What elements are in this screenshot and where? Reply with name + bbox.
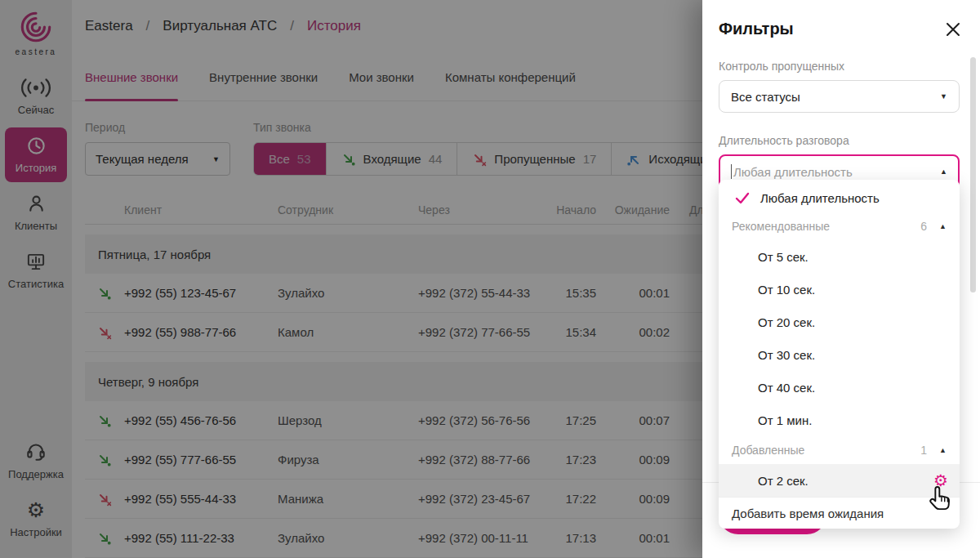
dropdown-option-label: От 20 сек. [758, 315, 815, 329]
dropdown-option-label: От 30 сек. [758, 348, 815, 362]
check-icon [735, 192, 750, 204]
dropdown-option-label: От 40 сек. [758, 381, 815, 395]
chevron-up-icon: ▲ [939, 222, 947, 230]
filters-panel: Фильтры Контроль пропущенных Все статусы… [702, 0, 980, 558]
dropdown-option-label: От 5 сек. [758, 250, 808, 264]
gear-icon[interactable]: ⚙ [933, 472, 948, 489]
dropdown-option-selected[interactable]: Любая длительность [719, 183, 960, 212]
dropdown-option-label: Любая длительность [760, 191, 880, 205]
dropdown-option[interactable]: От 2 сек.⚙ [719, 464, 960, 497]
panel-scrollbar[interactable] [970, 57, 976, 292]
close-icon[interactable] [946, 22, 960, 37]
text-caret [731, 164, 732, 179]
dropdown-option[interactable]: От 1 мин. [719, 404, 960, 436]
dropdown-option[interactable]: От 5 сек. [719, 240, 960, 273]
dropdown-group-label: Рекомендованные [732, 220, 830, 233]
filters-title: Фильтры [719, 20, 794, 38]
chevron-down-icon: ▼ [940, 92, 947, 100]
duration-label: Длительность разговора [719, 134, 960, 147]
dropdown-group-count: 6 [920, 220, 927, 233]
dropdown-option[interactable]: От 30 сек. [719, 338, 960, 371]
missed-status-select[interactable]: Все статусы ▼ [719, 80, 960, 113]
dropdown-option[interactable]: От 20 сек. [719, 306, 960, 338]
dropdown-option-label: От 10 сек. [758, 283, 815, 297]
chevron-up-icon: ▲ [939, 446, 947, 454]
chevron-up-icon: ▲ [940, 167, 947, 176]
add-wait-time-button[interactable]: Добавить время ожидания [719, 498, 960, 529]
duration-dropdown: Любая длительностьРекомендованные6▲От 5 … [719, 180, 960, 529]
dropdown-option[interactable]: От 10 сек. [719, 273, 960, 306]
dropdown-group-header[interactable]: Добавленные1▲ [719, 436, 960, 464]
dropdown-option-label: От 1 мин. [758, 413, 812, 427]
duration-placeholder: Любая длительность [733, 165, 853, 179]
dropdown-option[interactable]: От 40 сек. [719, 371, 960, 404]
dropdown-group-label: Добавленные [732, 444, 804, 457]
missed-status-value: Все статусы [731, 90, 800, 104]
missed-control-label: Контроль пропущенных [719, 60, 960, 73]
dropdown-group-header[interactable]: Рекомендованные6▲ [719, 212, 960, 240]
dropdown-group-count: 1 [920, 444, 927, 457]
dropdown-option-label: От 2 сек. [758, 474, 808, 488]
